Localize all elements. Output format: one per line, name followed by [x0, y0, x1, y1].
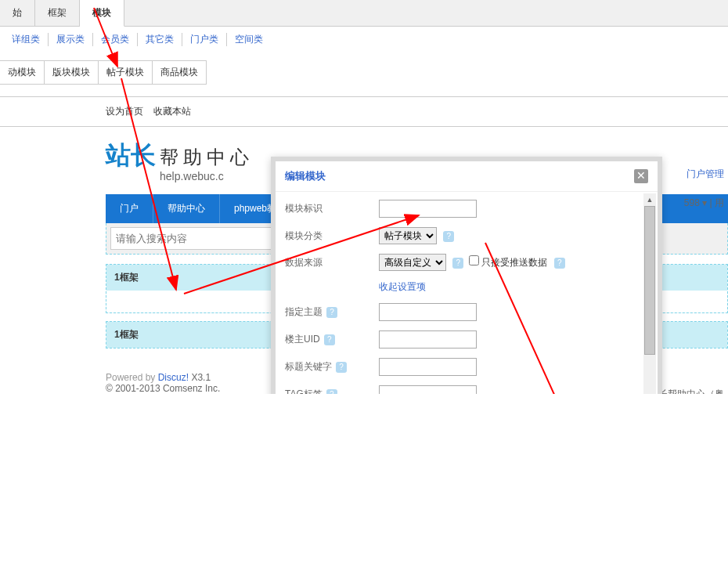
tab-module[interactable]: 模块 — [80, 0, 124, 27]
page-toolbar: 设为首页 收藏本站 — [0, 97, 728, 127]
label-topic: 指定主题 — [285, 306, 323, 317]
select-source[interactable]: 高级自定义 — [379, 254, 446, 271]
subnav-space[interactable]: 空间类 — [227, 33, 271, 46]
modtab-thread[interactable]: 帖子模块 — [98, 60, 153, 85]
help-icon[interactable]: ? — [443, 231, 454, 242]
label-category: 模块分类 — [285, 229, 379, 243]
modtab-forum[interactable]: 版块模块 — [44, 60, 99, 85]
label-push-only: 只接受推送数据 — [481, 257, 547, 268]
scroll-up-icon[interactable]: ▲ — [643, 193, 656, 206]
dialog-scrollbar[interactable]: ▲ ▼ — [643, 193, 656, 394]
subnav-group[interactable]: 详组类 — [4, 33, 49, 46]
label-keyword: 标题关键字 — [285, 361, 332, 372]
label-uid: 楼主UID — [285, 334, 320, 345]
help-icon[interactable]: ? — [326, 389, 337, 394]
help-icon[interactable]: ? — [336, 362, 347, 373]
input-keyword[interactable] — [379, 358, 477, 376]
input-tag[interactable] — [379, 385, 477, 394]
set-homepage[interactable]: 设为首页 — [106, 106, 143, 117]
search-input[interactable] — [110, 227, 275, 250]
powered-by: Powered by — [106, 372, 158, 383]
use-link[interactable]: 用 — [715, 197, 724, 208]
discuz-link[interactable]: Discuz! — [158, 372, 189, 383]
subnav-portal[interactable]: 门户类 — [182, 33, 227, 46]
label-tag: TAG标签 — [285, 388, 323, 394]
help-icon[interactable]: ? — [326, 307, 337, 318]
rfoot1: 长帮助中心（粤 — [658, 388, 724, 394]
label-module-id: 模块标识 — [285, 202, 379, 215]
tab-frame[interactable]: 框架 — [35, 0, 80, 26]
right-footer: 长帮助中心（粤 essed in 0.074 — [658, 388, 724, 394]
select-category[interactable]: 帖子模块 — [379, 227, 437, 244]
module-tabs: 动模块 版块模块 帖子模块 商品模块 — [0, 52, 728, 96]
edit-module-dialog: 编辑模块 ✕ ▲ ▼ 模块标识 模块分类 帖子模块 ? 数据来源 高级自定义 ? — [271, 157, 662, 394]
dialog-title: 编辑模块 — [285, 169, 326, 183]
help-icon[interactable]: ? — [324, 334, 335, 345]
logo-url: help.webuc.c — [160, 170, 254, 182]
help-icon[interactable]: ? — [554, 258, 565, 269]
subnav-display[interactable]: 展示类 — [49, 33, 93, 46]
checkbox-push-only[interactable] — [469, 255, 479, 265]
input-uid[interactable] — [379, 330, 477, 349]
subnav-other[interactable]: 其它类 — [138, 33, 182, 46]
stats-count[interactable]: 598 ▾ — [684, 197, 707, 208]
sub-nav: 详组类 展示类 会员类 其它类 门户类 空间类 — [0, 27, 728, 52]
subnav-member[interactable]: 会员类 — [93, 33, 138, 46]
modtab-activity[interactable]: 动模块 — [0, 60, 45, 85]
label-source: 数据来源 — [285, 256, 379, 269]
tab-start[interactable]: 始 — [0, 0, 35, 26]
logo-sub: 帮助中心 — [160, 145, 254, 170]
help-icon[interactable]: ? — [452, 258, 463, 269]
modtab-goods[interactable]: 商品模块 — [152, 60, 207, 85]
nav-portal[interactable]: 门户 — [106, 194, 153, 223]
logo-main: 站长 — [106, 139, 156, 173]
close-icon[interactable]: ✕ — [634, 169, 648, 183]
input-topic[interactable] — [379, 303, 477, 321]
input-module-id[interactable] — [379, 200, 477, 218]
version: X3.1 — [189, 372, 211, 383]
right-info: 门户管理 598 ▾ | 用 — [684, 166, 724, 211]
portal-manage-link[interactable]: 门户管理 — [687, 168, 724, 179]
collapse-settings[interactable]: 收起设置项 — [379, 281, 426, 292]
scroll-thumb[interactable] — [644, 206, 655, 355]
nav-help[interactable]: 帮助中心 — [153, 194, 220, 223]
add-favorite[interactable]: 收藏本站 — [153, 106, 191, 117]
top-tabs: 始 框架 模块 — [0, 0, 728, 27]
